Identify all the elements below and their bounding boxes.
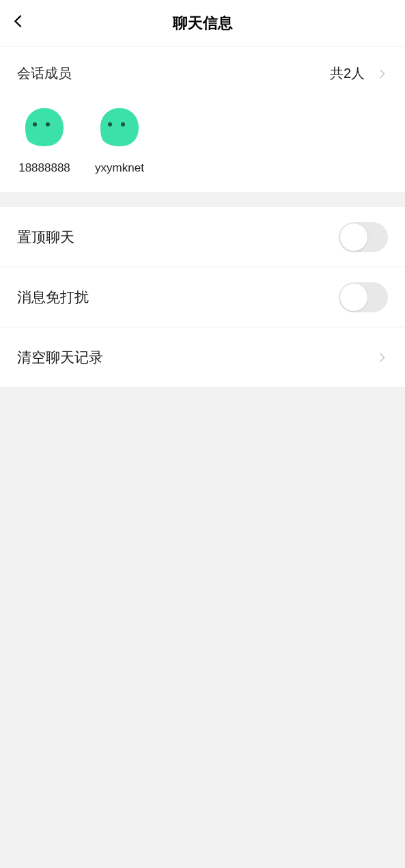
empty-area xyxy=(0,388,405,868)
section-divider xyxy=(0,192,405,207)
members-count-text: 共2人 xyxy=(330,64,365,83)
pin-chat-toggle[interactable] xyxy=(339,222,388,252)
chevron-right-icon xyxy=(377,352,388,363)
clear-history-row[interactable]: 清空聊天记录 xyxy=(0,327,405,388)
members-count: 共2人 xyxy=(330,64,388,83)
toggle-knob xyxy=(340,284,367,311)
avatar xyxy=(24,107,65,148)
chevron-right-icon xyxy=(377,68,388,79)
members-header-row[interactable]: 会话成员 共2人 xyxy=(17,64,388,83)
avatar-eyes-icon xyxy=(108,122,125,126)
clear-history-label: 清空聊天记录 xyxy=(17,348,103,367)
mute-label: 消息免打扰 xyxy=(17,288,89,307)
avatar xyxy=(99,107,140,148)
member-nick: 18888888 xyxy=(18,161,70,175)
members-label: 会话成员 xyxy=(17,64,72,83)
page-title: 聊天信息 xyxy=(173,13,233,33)
member-item[interactable]: yxymknet xyxy=(92,107,147,175)
avatar-blob-icon xyxy=(24,107,65,148)
pin-chat-row: 置顶聊天 xyxy=(0,207,405,267)
header: 聊天信息 xyxy=(0,0,405,47)
mute-toggle[interactable] xyxy=(339,282,388,312)
avatar-blob-icon xyxy=(99,107,140,148)
back-button[interactable] xyxy=(11,14,26,31)
member-nick: yxymknet xyxy=(95,161,144,175)
pin-chat-label: 置顶聊天 xyxy=(17,228,74,247)
chevron-left-icon xyxy=(11,14,26,29)
member-item[interactable]: 18888888 xyxy=(17,107,72,175)
avatar-eyes-icon xyxy=(33,122,50,126)
mute-row: 消息免打扰 xyxy=(0,267,405,327)
members-list: 18888888 yxymknet xyxy=(17,107,388,175)
members-section: 会话成员 共2人 18888888 yxymknet xyxy=(0,47,405,192)
toggle-knob xyxy=(340,223,367,251)
